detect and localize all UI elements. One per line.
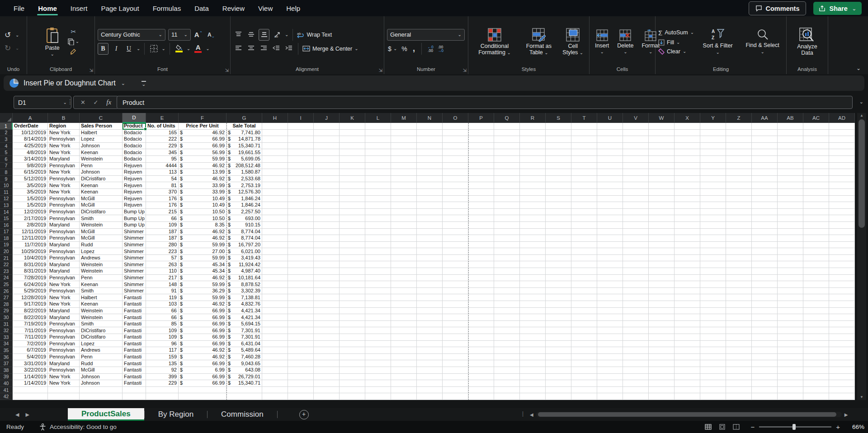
cell-P21[interactable] [468,255,494,262]
cell-L15[interactable] [365,215,391,222]
cell-V19[interactable] [623,242,649,249]
cell-J33[interactable] [314,334,340,341]
cell-C25[interactable]: Keenan [80,281,123,288]
cell-F5[interactable]: $56.99 [179,149,226,156]
cell-M39[interactable] [391,374,417,381]
cell-X18[interactable] [675,235,700,242]
cell-J41[interactable] [314,387,340,394]
cell-Q24[interactable] [494,275,520,282]
cell-Z6[interactable] [726,156,752,163]
cell-A8[interactable]: 6/15/2019 [13,169,48,176]
cell-AC27[interactable] [803,294,829,301]
cell-E9[interactable]: 54 [146,176,179,183]
cell-K38[interactable] [340,367,365,374]
cell-Q14[interactable] [494,209,520,216]
cell-R9[interactable] [520,176,546,183]
cell-Q20[interactable] [494,248,520,255]
cell-F1[interactable]: Price Per Unit [179,123,226,130]
cell-Y40[interactable] [700,380,726,387]
cell-S25[interactable] [546,281,571,288]
ribbon-tab-review[interactable]: Review [219,0,248,16]
cell-G17[interactable]: $8,774.04 [226,229,262,235]
cell-T28[interactable] [571,301,597,308]
cell-AA11[interactable] [752,189,778,196]
cell-E42[interactable] [146,393,179,400]
cell-B21[interactable]: Pennsylvan [48,255,80,262]
cell-Z28[interactable] [726,301,752,308]
cell-K12[interactable] [340,196,365,202]
cell-X38[interactable] [675,367,700,374]
redo-chevron-icon[interactable]: ⌄ [15,47,19,50]
cell-M17[interactable] [391,229,417,235]
cell-H9[interactable] [262,176,288,183]
cell-J25[interactable] [314,281,340,288]
cell-AD22[interactable] [829,261,855,268]
cell-F32[interactable]: $66.99 [179,327,226,334]
cell-Q16[interactable] [494,222,520,229]
cell-Z8[interactable] [726,169,752,176]
cell-T36[interactable] [571,354,597,361]
cell-M35[interactable] [391,347,417,354]
cell-U24[interactable] [597,275,623,282]
cell-U11[interactable] [597,189,623,196]
cell-Q28[interactable] [494,301,520,308]
cell-P26[interactable] [468,288,494,295]
cell-B34[interactable]: Pennsylvan [48,341,80,348]
cell-K31[interactable] [340,321,365,328]
cell-D36[interactable]: Fantasti [123,354,146,361]
cell-E20[interactable]: 223 [146,248,179,255]
cell-AD9[interactable] [829,176,855,183]
cell-AB6[interactable] [778,156,803,163]
cell-V10[interactable] [623,182,649,189]
paste-chevron-icon[interactable]: ⌄ [51,52,54,56]
cell-U10[interactable] [597,182,623,189]
ribbon-tab-home[interactable]: Home [34,0,61,16]
cut-button[interactable]: ✂ [68,28,79,36]
cell-Q15[interactable] [494,215,520,222]
cell-O27[interactable] [443,294,468,301]
select-all-corner[interactable] [0,113,13,123]
cell-U19[interactable] [597,242,623,249]
cell-T16[interactable] [571,222,597,229]
cell-G1[interactable]: Sale Total [226,123,262,130]
alignment-dialog-launcher[interactable]: ⇲ [379,68,382,73]
zoom-in-icon[interactable]: + [836,423,840,431]
cell-Q6[interactable] [494,156,520,163]
cell-AA27[interactable] [752,294,778,301]
cell-AA28[interactable] [752,301,778,308]
cell-I32[interactable] [288,327,314,334]
cell-AC7[interactable] [803,163,829,169]
cell-F28[interactable]: $46.92 [179,301,226,308]
fill-color-chevron-icon[interactable]: ⌄ [187,47,190,51]
cell-F33[interactable]: $66.99 [179,334,226,341]
sheet-nav-left-icon[interactable]: ◀ [15,412,19,418]
cell-Z2[interactable] [726,130,752,136]
cell-Q1[interactable] [494,123,520,130]
cell-L9[interactable] [365,176,391,183]
cell-K9[interactable] [340,176,365,183]
cell-V18[interactable] [623,235,649,242]
accounting-chevron-icon[interactable]: ⌄ [393,47,397,51]
cell-J24[interactable] [314,275,340,282]
cell-B8[interactable]: New York [48,169,80,176]
cell-L13[interactable] [365,202,391,209]
cell-U39[interactable] [597,374,623,381]
cell-W21[interactable] [649,255,675,262]
increase-font-size-button[interactable]: A⌃ [193,29,203,40]
cell-P42[interactable] [468,393,494,400]
cell-V2[interactable] [623,130,649,136]
cell-O40[interactable] [443,380,468,387]
cell-I16[interactable] [288,222,314,229]
cell-Q11[interactable] [494,189,520,196]
cell-T5[interactable] [571,149,597,156]
cell-E1[interactable]: No. of Units [146,123,179,130]
cell-D35[interactable]: Fantasti [123,347,146,354]
cell-AD7[interactable] [829,163,855,169]
cell-R4[interactable] [520,143,546,150]
cell-V11[interactable] [623,189,649,196]
cell-X40[interactable] [675,380,700,387]
cell-K40[interactable] [340,380,365,387]
cell-Y13[interactable] [700,202,726,209]
cell-D19[interactable]: Shimmer [123,242,146,249]
cell-S1[interactable] [546,123,571,130]
